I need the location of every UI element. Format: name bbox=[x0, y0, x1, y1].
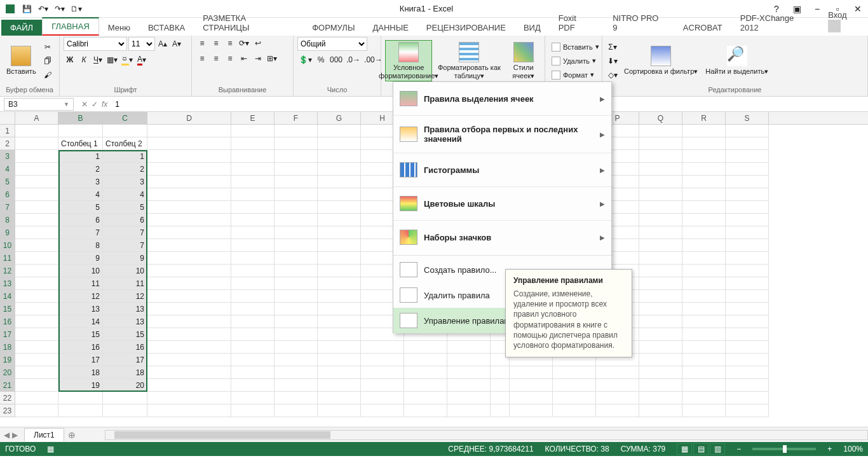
cell[interactable] bbox=[318, 277, 361, 290]
fill-color-button[interactable]: ఠ▾ bbox=[120, 53, 134, 66]
cell[interactable] bbox=[404, 366, 447, 379]
cell[interactable] bbox=[639, 366, 682, 379]
row-header[interactable]: 14 bbox=[0, 290, 15, 303]
row-header[interactable]: 7 bbox=[0, 201, 15, 214]
cell[interactable] bbox=[639, 137, 682, 150]
row-header[interactable]: 19 bbox=[0, 354, 15, 366]
cell[interactable] bbox=[15, 150, 58, 163]
cell[interactable]: 20 bbox=[103, 379, 147, 392]
sheet-nav[interactable]: ◀▶ bbox=[0, 431, 22, 439]
cell[interactable] bbox=[682, 214, 726, 226]
cell[interactable] bbox=[231, 265, 275, 277]
accept-entry-button[interactable]: ✓ bbox=[92, 100, 98, 109]
cell[interactable] bbox=[682, 354, 726, 366]
cell[interactable] bbox=[726, 188, 769, 201]
cell[interactable] bbox=[510, 366, 553, 379]
bold-button[interactable]: Ж bbox=[64, 53, 76, 66]
cell[interactable]: 1 bbox=[103, 150, 147, 163]
cell[interactable] bbox=[318, 392, 361, 404]
cell[interactable] bbox=[682, 366, 726, 379]
cell[interactable] bbox=[639, 176, 682, 188]
cell[interactable] bbox=[726, 163, 769, 176]
cell[interactable] bbox=[318, 252, 361, 265]
cell[interactable] bbox=[726, 176, 769, 188]
cell[interactable] bbox=[726, 201, 769, 214]
cell[interactable] bbox=[404, 341, 447, 354]
cell[interactable] bbox=[682, 188, 726, 201]
cell[interactable] bbox=[318, 239, 361, 252]
cell[interactable] bbox=[231, 252, 275, 265]
cell[interactable]: 17 bbox=[103, 354, 147, 366]
cell[interactable] bbox=[147, 252, 231, 265]
tab-data[interactable]: ДАННЫЕ bbox=[363, 20, 417, 36]
cell[interactable]: 16 bbox=[103, 341, 147, 354]
cell[interactable] bbox=[147, 328, 231, 341]
increase-font-button[interactable]: A▴ bbox=[156, 38, 169, 50]
cell[interactable] bbox=[726, 239, 769, 252]
cell[interactable]: Столбец 2 bbox=[103, 137, 147, 150]
cell[interactable] bbox=[275, 201, 318, 214]
cell[interactable]: 18 bbox=[103, 366, 147, 379]
cell[interactable] bbox=[147, 226, 231, 239]
cell[interactable] bbox=[147, 303, 231, 315]
cell[interactable] bbox=[726, 125, 769, 137]
cell[interactable] bbox=[726, 214, 769, 226]
cell[interactable] bbox=[147, 366, 231, 379]
cell[interactable] bbox=[726, 341, 769, 354]
sign-in[interactable]: Вход bbox=[823, 7, 867, 36]
row-header[interactable]: 22 bbox=[0, 392, 15, 404]
cell[interactable] bbox=[15, 226, 58, 239]
cell[interactable] bbox=[447, 392, 491, 404]
cell[interactable] bbox=[147, 265, 231, 277]
zoom-out-button[interactable]: − bbox=[736, 445, 741, 453]
align-right-button[interactable]: ≡ bbox=[224, 52, 236, 65]
view-layout-button[interactable]: ▤ bbox=[693, 443, 709, 455]
cell[interactable] bbox=[639, 341, 682, 354]
format-cells-button[interactable]: Формат ▾ bbox=[549, 69, 597, 81]
cell[interactable] bbox=[447, 341, 491, 354]
cell[interactable]: 11 bbox=[58, 277, 103, 290]
cell[interactable]: 1 bbox=[58, 150, 103, 163]
cell[interactable] bbox=[275, 265, 318, 277]
cell[interactable] bbox=[15, 265, 58, 277]
row-header[interactable]: 9 bbox=[0, 226, 15, 239]
cell[interactable] bbox=[275, 404, 318, 417]
cell[interactable] bbox=[447, 404, 491, 417]
menu-top-bottom[interactable]: Правила отбора первых и последних значен… bbox=[393, 116, 611, 153]
sort-filter-button[interactable]: Сортировка и фильтр▾ bbox=[621, 45, 700, 76]
cell[interactable]: 13 bbox=[58, 303, 103, 315]
cell[interactable] bbox=[275, 392, 318, 404]
cell[interactable]: 13 bbox=[103, 315, 147, 328]
cell[interactable] bbox=[15, 125, 58, 137]
cell[interactable] bbox=[553, 379, 596, 392]
cell[interactable] bbox=[147, 137, 231, 150]
conditional-formatting-button[interactable]: Условное форматирование▾ bbox=[385, 40, 432, 81]
cell[interactable] bbox=[361, 379, 404, 392]
cell[interactable] bbox=[318, 188, 361, 201]
cell[interactable] bbox=[15, 404, 58, 417]
orientation-button[interactable]: ⟳▾ bbox=[238, 37, 250, 50]
cell[interactable] bbox=[682, 303, 726, 315]
cell[interactable] bbox=[103, 404, 147, 417]
row-header[interactable]: 20 bbox=[0, 366, 15, 379]
cell[interactable] bbox=[682, 341, 726, 354]
cell[interactable] bbox=[639, 150, 682, 163]
cell[interactable]: 4 bbox=[58, 188, 103, 201]
cell[interactable] bbox=[639, 239, 682, 252]
cell[interactable] bbox=[15, 176, 58, 188]
cell[interactable] bbox=[275, 150, 318, 163]
border-button[interactable]: ▦▾ bbox=[105, 53, 119, 66]
cell[interactable] bbox=[639, 379, 682, 392]
cell[interactable]: 13 bbox=[103, 303, 147, 315]
tab-layout[interactable]: РАЗМЕТКА СТРАНИЦЫ bbox=[194, 10, 303, 36]
increase-decimal-button[interactable]: .0→ bbox=[345, 53, 362, 66]
cell[interactable] bbox=[404, 392, 447, 404]
cell[interactable] bbox=[103, 392, 147, 404]
cell[interactable] bbox=[147, 315, 231, 328]
cell[interactable] bbox=[147, 214, 231, 226]
cell[interactable] bbox=[147, 379, 231, 392]
menu-highlight-cells[interactable]: Правила выделения ячеек▶ bbox=[393, 82, 611, 116]
row-header[interactable]: 5 bbox=[0, 176, 15, 188]
cell[interactable] bbox=[147, 188, 231, 201]
cell[interactable] bbox=[318, 303, 361, 315]
